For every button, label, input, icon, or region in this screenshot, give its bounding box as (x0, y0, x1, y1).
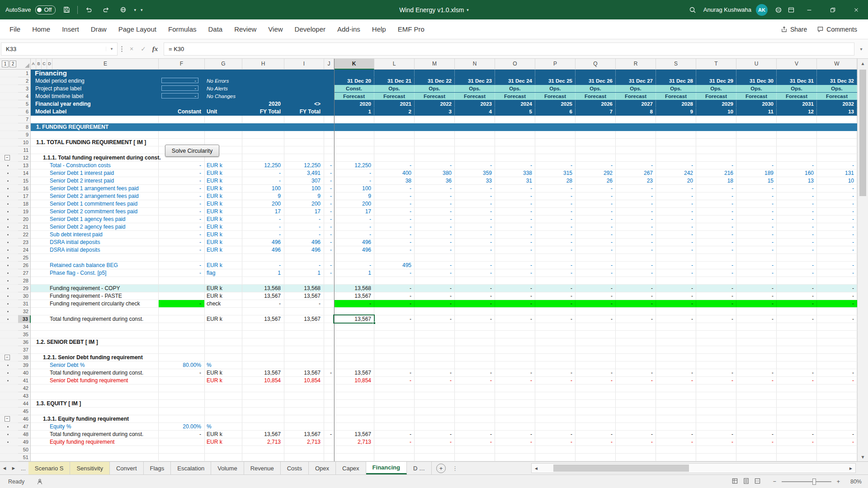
cell-V29[interactable]: - (777, 285, 817, 292)
normal-view-icon[interactable] (731, 478, 738, 486)
cell-Q44[interactable] (576, 400, 616, 407)
cell-W30[interactable]: - (817, 292, 857, 300)
row-label-38[interactable]: 1.2.1. Senior Debt funding requirement (31, 354, 159, 361)
cell-R32[interactable] (616, 308, 656, 315)
cell-F46[interactable] (159, 415, 205, 422)
cell-O21[interactable]: - (495, 223, 535, 230)
cell-G19[interactable]: EUR k (205, 208, 242, 215)
cell-P45[interactable] (535, 408, 576, 415)
row-header-29[interactable]: 29 (18, 285, 31, 292)
cell-W2[interactable]: 31 Dec 32 (817, 77, 857, 84)
cell-O32[interactable] (495, 308, 535, 315)
cell-S26[interactable]: - (656, 262, 696, 269)
cell-O50[interactable] (495, 446, 535, 453)
cell-U31[interactable]: - (736, 300, 777, 307)
cell-O12[interactable] (495, 154, 535, 161)
cell-W40[interactable]: - (817, 369, 857, 376)
cell-Q32[interactable] (576, 308, 616, 315)
cell-H38[interactable] (242, 354, 284, 361)
cell-R21[interactable]: - (616, 223, 656, 230)
cell-Q34[interactable] (576, 323, 616, 330)
cell-P49[interactable]: - (535, 438, 576, 446)
header-input-box[interactable]: - (161, 78, 198, 83)
cell-J34[interactable] (324, 323, 334, 330)
cell-N5[interactable]: 2023 (455, 100, 495, 108)
cell-U41[interactable]: - (736, 377, 777, 384)
cell-G47[interactable]: % (205, 423, 242, 430)
share-button[interactable]: Share (781, 26, 807, 33)
cell-H14[interactable]: - (242, 169, 284, 177)
cell-R6[interactable]: 8 (616, 108, 656, 115)
row-label-19[interactable]: Senior Debt 2 commitment fees paid (31, 208, 159, 215)
cell-S44[interactable] (656, 400, 696, 407)
name-box-dropdown-icon[interactable]: ▾ (106, 47, 117, 51)
restore-button[interactable] (821, 0, 844, 19)
cell-Q20[interactable]: - (576, 216, 616, 223)
cell-N49[interactable]: - (455, 438, 495, 446)
cell-T33[interactable]: - (696, 315, 736, 323)
cell-T18[interactable]: - (696, 200, 736, 207)
cell-G6[interactable]: Unit (205, 108, 242, 115)
close-button[interactable] (844, 0, 868, 19)
cell-G23[interactable]: EUR k (205, 239, 242, 246)
cell-R22[interactable]: - (616, 231, 656, 238)
row-header-9[interactable]: 9 (18, 131, 31, 139)
cell-H4[interactable] (242, 93, 284, 100)
cell-I44[interactable] (284, 400, 324, 407)
cell-V17[interactable]: - (777, 192, 817, 200)
cell-O6[interactable]: 5 (495, 108, 535, 115)
cell-H31[interactable]: - (242, 300, 284, 307)
cell-K45[interactable] (334, 408, 374, 415)
scroll-up-icon[interactable]: ▲ (858, 59, 868, 68)
cell-I2[interactable] (284, 77, 324, 84)
cell-W47[interactable] (817, 423, 857, 430)
cell-H43[interactable] (242, 392, 284, 399)
cell-L39[interactable] (374, 361, 415, 369)
cell-N1[interactable] (455, 70, 495, 77)
cell-T30[interactable]: - (696, 292, 736, 300)
cell-K16[interactable]: 100 (334, 185, 374, 192)
title-dropdown-icon[interactable]: ▾ (467, 8, 469, 12)
cell-T35[interactable] (696, 331, 736, 338)
cell-O17[interactable]: - (495, 192, 535, 200)
cell-Q12[interactable] (576, 154, 616, 161)
cell-O45[interactable] (495, 408, 535, 415)
cell-O31[interactable]: - (495, 300, 535, 307)
row-header-5[interactable]: 5 (18, 100, 31, 108)
cell-L3[interactable]: Ops. (374, 85, 415, 92)
cell-M17[interactable]: - (415, 192, 455, 200)
cell-M39[interactable] (415, 361, 455, 369)
cell-L2[interactable]: 31 Dec 21 (374, 77, 415, 84)
cell-H44[interactable] (242, 400, 284, 407)
cell-O23[interactable]: - (495, 239, 535, 246)
cell-N19[interactable]: - (455, 208, 495, 215)
cell-R3[interactable]: Ops. (616, 85, 656, 92)
sheet-tab-sensitivity[interactable]: Sensitivity (70, 462, 110, 474)
cell-S15[interactable]: 20 (656, 177, 696, 184)
cell-P33[interactable]: - (535, 315, 576, 323)
cell-R37[interactable] (616, 346, 656, 353)
cell-R23[interactable]: - (616, 239, 656, 246)
tab-scroll-right-icon[interactable]: ► (9, 462, 18, 474)
menu-tab-home[interactable]: Home (26, 19, 56, 39)
cell-N4[interactable]: Forecast (455, 93, 495, 100)
row-label-32[interactable] (31, 308, 159, 315)
cell-W33[interactable]: - (817, 315, 857, 323)
cell-I1[interactable] (284, 70, 324, 77)
cell-O9[interactable] (495, 131, 535, 138)
sheet-tab-convert[interactable]: Convert (110, 462, 144, 474)
row-label-34[interactable] (31, 323, 159, 330)
cell-V33[interactable]: - (777, 315, 817, 323)
cell-V47[interactable] (777, 423, 817, 430)
cell-F43[interactable] (159, 392, 205, 399)
cell-G33[interactable]: EUR k (205, 315, 242, 323)
cell-F30[interactable] (159, 292, 205, 300)
cell-P37[interactable] (535, 346, 576, 353)
user-name[interactable]: Anurag Kushwaha (703, 6, 751, 13)
cell-N11[interactable] (455, 146, 495, 154)
cell-K32[interactable] (334, 308, 374, 315)
solve-circularity-button[interactable]: Solve Circularity (165, 145, 219, 157)
cell-G36[interactable] (205, 338, 242, 346)
cell-J36[interactable] (324, 338, 334, 346)
cell-T43[interactable] (696, 392, 736, 399)
